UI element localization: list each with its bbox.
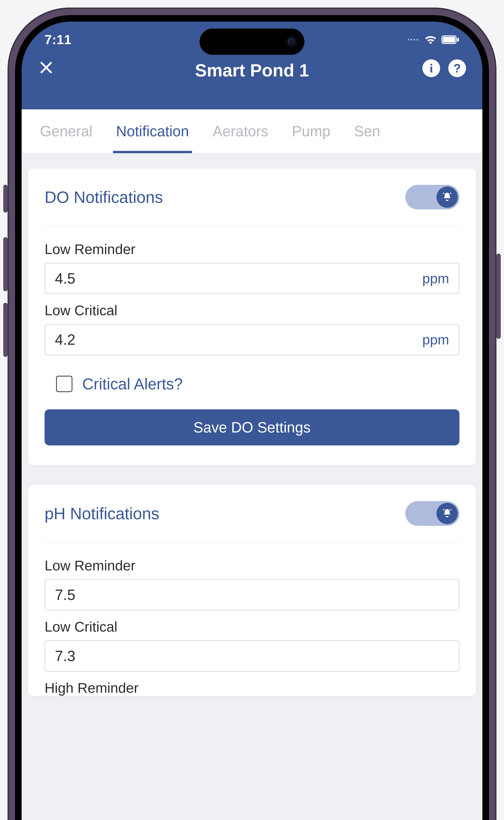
close-button[interactable]: [38, 59, 54, 78]
tab-sensors[interactable]: Sen: [342, 109, 392, 153]
tab-aerators[interactable]: Aerators: [201, 109, 280, 153]
do-toggle[interactable]: [405, 185, 459, 210]
signal-dots-icon: [408, 39, 418, 40]
help-button[interactable]: ?: [448, 59, 466, 77]
tab-notification[interactable]: Notification: [104, 109, 201, 153]
page-header: Smart Pond 1 i ?: [22, 58, 482, 109]
ph-notifications-card: pH Notifications Low Reminder 7.5 Low Cr…: [28, 485, 476, 696]
dynamic-island: [200, 29, 304, 55]
save-do-button[interactable]: Save DO Settings: [45, 409, 459, 445]
help-icon: ?: [453, 61, 461, 75]
tab-pump[interactable]: Pump: [280, 109, 342, 153]
ph-card-title: pH Notifications: [45, 504, 159, 523]
bell-icon: [436, 503, 458, 524]
ph-toggle[interactable]: [405, 501, 459, 526]
ph-low-reminder-value: 7.5: [55, 586, 75, 603]
screen: 7:11 Smart Pond 1: [22, 22, 482, 820]
status-time: 7:11: [45, 32, 71, 47]
phone-inner: 7:11 Smart Pond 1: [15, 15, 489, 820]
phone-frame: 7:11 Smart Pond 1: [8, 8, 496, 820]
side-button-silence: [3, 185, 8, 213]
side-button-power: [496, 254, 501, 339]
side-button-vol-down: [3, 303, 8, 357]
do-low-reminder-label: Low Reminder: [45, 241, 459, 257]
front-camera: [286, 36, 298, 48]
svg-rect-2: [457, 38, 459, 41]
svg-rect-1: [443, 37, 455, 43]
do-low-critical-label: Low Critical: [45, 302, 459, 319]
critical-alerts-checkbox[interactable]: [56, 376, 72, 392]
do-low-reminder-input[interactable]: 4.5 ppm: [45, 263, 459, 294]
status-icons: [408, 35, 459, 44]
do-low-reminder-value: 4.5: [55, 270, 75, 287]
ph-low-reminder-label: Low Reminder: [45, 557, 459, 574]
save-do-label: Save DO Settings: [193, 419, 310, 436]
do-low-critical-value: 4.2: [55, 331, 75, 348]
info-icon: i: [430, 61, 433, 75]
ph-low-reminder-input[interactable]: 7.5: [45, 579, 459, 610]
do-low-critical-unit: ppm: [422, 332, 449, 348]
bell-icon: [436, 186, 458, 208]
critical-alerts-row[interactable]: Critical Alerts?: [45, 363, 459, 408]
ph-low-critical-label: Low Critical: [45, 619, 459, 635]
side-button-vol-up: [3, 237, 8, 291]
info-button[interactable]: i: [422, 59, 440, 77]
do-card-title: DO Notifications: [45, 188, 163, 207]
wifi-icon: [425, 35, 436, 44]
critical-alerts-label: Critical Alerts?: [82, 375, 183, 393]
do-notifications-card: DO Notifications Low Reminder 4.5 ppm Lo…: [28, 168, 476, 465]
battery-icon: [441, 35, 459, 44]
tab-general[interactable]: General: [28, 109, 104, 153]
do-low-critical-input[interactable]: 4.2 ppm: [45, 324, 459, 355]
settings-tabs: General Notification Aerators Pump Sen: [22, 109, 482, 154]
page-title: Smart Pond 1: [195, 60, 309, 80]
ph-low-critical-input[interactable]: 7.3: [45, 641, 459, 672]
ph-high-reminder-label: High Reminder: [45, 680, 459, 696]
do-low-reminder-unit: ppm: [422, 271, 449, 287]
content-scroll[interactable]: DO Notifications Low Reminder 4.5 ppm Lo…: [22, 154, 482, 820]
ph-low-critical-value: 7.3: [55, 648, 75, 665]
